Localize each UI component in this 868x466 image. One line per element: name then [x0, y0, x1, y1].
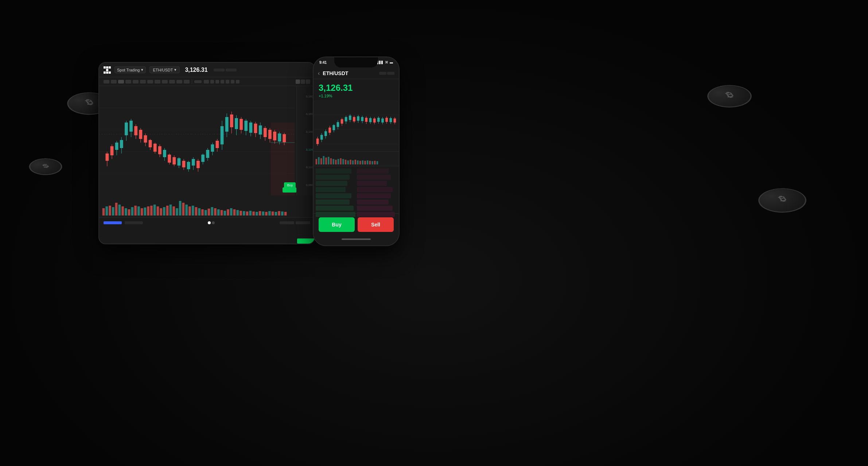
svg-rect-28	[158, 146, 161, 154]
toolbar-icon-6[interactable]	[231, 80, 234, 84]
toolbar-mx[interactable]	[194, 80, 202, 83]
phone-pair-title: ETH/USDT	[323, 70, 348, 76]
svg-rect-111	[192, 206, 194, 215]
bid-row-3	[316, 181, 347, 186]
battery-icon: ▬	[390, 61, 393, 64]
phone-chart-area	[314, 100, 399, 151]
svg-rect-151	[328, 128, 331, 133]
footer-tab-1[interactable]	[104, 221, 122, 224]
candlestick-icon[interactable]	[296, 79, 300, 84]
bar-chart-icon[interactable]	[301, 79, 305, 84]
svg-rect-177	[381, 119, 384, 123]
svg-rect-135	[268, 211, 271, 215]
phone-volume-chart	[314, 152, 399, 166]
svg-rect-130	[252, 211, 255, 215]
phone-icon-2[interactable]	[387, 72, 394, 75]
bid-row-2	[316, 175, 350, 180]
buy-button[interactable]: Buy	[319, 217, 355, 232]
footer-action-2[interactable]	[296, 221, 310, 224]
toolbar-btn-12h[interactable]	[169, 80, 175, 84]
svg-rect-203	[362, 160, 363, 164]
sell-button[interactable]: Sell	[358, 217, 394, 232]
svg-rect-131	[256, 212, 258, 215]
back-button[interactable]: ‹	[318, 70, 320, 77]
svg-rect-183	[394, 119, 396, 123]
svg-rect-107	[179, 201, 182, 215]
ask-row-6	[357, 199, 389, 205]
toolbar-icon-7[interactable]	[236, 80, 240, 84]
svg-rect-200	[355, 160, 356, 164]
toolbar-icon-3[interactable]	[215, 80, 219, 84]
pair-dropdown[interactable]: ETH/USDT ▾	[149, 66, 180, 73]
phone-notch	[334, 57, 378, 67]
svg-rect-52	[216, 141, 219, 148]
toolbar-icon-4[interactable]	[221, 80, 224, 84]
svg-rect-20	[139, 130, 142, 139]
svg-rect-62	[240, 119, 243, 130]
phone-price-change: +1.19%	[319, 94, 394, 98]
svg-rect-72	[264, 128, 267, 137]
phone-icon-1[interactable]	[379, 72, 386, 75]
toolbar-btn-1h[interactable]	[140, 80, 146, 84]
toolbar-btn-2h[interactable]	[147, 80, 153, 84]
toolbar-btn-3m[interactable]	[111, 80, 117, 84]
okx-logo-blocks	[104, 66, 111, 74]
stat-bar-1	[214, 69, 225, 71]
toolbar-btn-4h[interactable]	[155, 80, 160, 84]
svg-rect-102	[163, 207, 166, 215]
ask-row-3	[357, 181, 387, 186]
tablet-volume-chart	[99, 195, 315, 217]
svg-rect-109	[185, 205, 188, 215]
svg-rect-199	[352, 160, 354, 164]
ask-row-4	[357, 187, 393, 192]
svg-rect-123	[230, 208, 233, 215]
toolbar-btn-6h[interactable]	[162, 80, 168, 84]
svg-rect-74	[268, 130, 272, 139]
ask-row-2	[357, 175, 391, 180]
stat-bar-2	[226, 69, 237, 71]
svg-rect-86	[112, 207, 114, 215]
line-chart-icon[interactable]	[306, 79, 310, 84]
toolbar-btn-30m[interactable]	[133, 80, 139, 84]
svg-rect-94	[137, 206, 140, 215]
toolbar-btn-15m[interactable]	[125, 80, 131, 84]
svg-rect-190	[330, 158, 332, 164]
tablet-price: 3,126.31	[185, 67, 207, 73]
svg-rect-122	[227, 209, 229, 215]
svg-rect-157	[341, 119, 343, 124]
logo-block-1	[104, 66, 106, 69]
logo-block-2	[106, 66, 108, 69]
phone-header: ‹ ETH/USDT	[314, 67, 399, 79]
svg-rect-201	[357, 160, 358, 164]
toolbar-btn-1d[interactable]	[176, 80, 182, 84]
price-tick-6: 3,090	[298, 183, 313, 187]
svg-rect-165	[357, 116, 359, 121]
svg-rect-38	[182, 161, 186, 167]
tablet-footer	[99, 217, 315, 228]
svg-rect-106	[176, 208, 178, 215]
svg-rect-114	[201, 209, 204, 215]
svg-rect-99	[153, 205, 156, 215]
footer-tab-2[interactable]	[125, 221, 143, 224]
toolbar-btn-1w[interactable]	[184, 80, 190, 84]
toolbar-icon-1[interactable]	[204, 80, 209, 84]
logo-block-9	[109, 71, 111, 74]
svg-rect-188	[325, 158, 327, 164]
bid-row-8	[316, 212, 355, 217]
toolbar-icon-5[interactable]	[226, 80, 229, 84]
svg-rect-64	[244, 121, 248, 131]
svg-rect-145	[316, 139, 319, 144]
toolbar-btn-5m[interactable]	[118, 80, 124, 84]
svg-rect-209	[377, 161, 378, 164]
chart-type-icons	[296, 79, 310, 84]
pair-chevron: ▾	[174, 67, 176, 72]
svg-rect-48	[206, 150, 209, 158]
toolbar-icon-2[interactable]	[210, 80, 214, 84]
svg-rect-208	[374, 161, 375, 164]
svg-rect-116	[208, 209, 210, 215]
toolbar-btn-1m[interactable]	[104, 80, 109, 84]
spot-trading-dropdown[interactable]: Spot Trading ▾	[114, 66, 146, 73]
footer-action-1[interactable]	[280, 221, 294, 224]
svg-rect-159	[345, 117, 347, 121]
bid-row-5	[316, 193, 351, 198]
